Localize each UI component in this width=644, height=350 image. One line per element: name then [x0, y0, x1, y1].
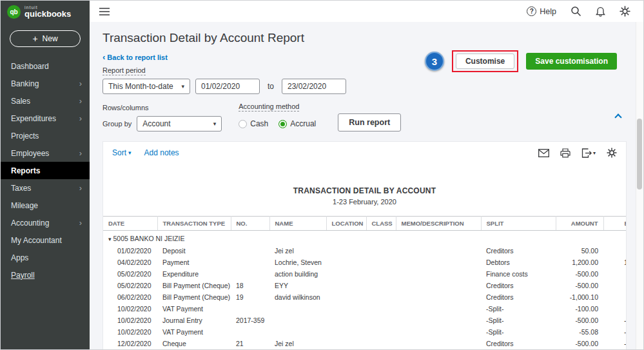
cell-name	[269, 315, 326, 326]
settings-icon[interactable]	[607, 148, 617, 158]
email-icon[interactable]	[538, 149, 549, 157]
save-customisation-button[interactable]: Save customisation	[526, 53, 617, 70]
sort-dropdown[interactable]: Sort ▾	[112, 148, 132, 157]
cell-transaction-type: Bill Payment (Cheque)	[157, 280, 231, 291]
scrollbar-thumb[interactable]	[637, 119, 642, 190]
sidebar-item[interactable]: Projects ›	[1, 127, 90, 144]
cell-class	[366, 315, 396, 326]
cell-date: 05/02/2020	[103, 280, 157, 291]
sidebar-item[interactable]: Apps ›	[1, 249, 90, 266]
help-label: Help	[540, 7, 556, 16]
export-icon[interactable]: ▾	[581, 148, 596, 158]
help-menu[interactable]: ? Help	[527, 6, 556, 16]
sidebar-item[interactable]: My Accountant ›	[1, 231, 90, 249]
cell-balance	[603, 303, 626, 315]
cell-split: Creditors	[481, 280, 556, 291]
cell-name: Jei zel	[269, 245, 326, 257]
sidebar-item[interactable]: Reports ›	[1, 162, 90, 179]
cell-transaction-type: Deposit	[157, 245, 231, 257]
group-by-select[interactable]: Account ▾	[137, 116, 222, 131]
transaction-row[interactable]: 06/02/2020 Bill Payment (Cheque) 19 davi…	[103, 291, 626, 303]
date-from-input[interactable]	[195, 79, 260, 94]
transaction-row[interactable]: 12/02/2020 Cheque 21 Jei zel Creditors -…	[103, 338, 626, 349]
back-to-report-list-link[interactable]: ‹ Back to report list	[102, 53, 168, 61]
cell-balance	[603, 280, 626, 291]
sidebar-item-label: Reports	[11, 166, 40, 175]
collapse-header-button[interactable]	[612, 112, 624, 121]
column-header-split: SPLIT	[481, 217, 556, 231]
chevron-right-icon: ›	[79, 97, 82, 105]
plus-icon: +	[32, 34, 37, 43]
transaction-row[interactable]: 05/02/2020 Expenditure action building F…	[103, 268, 626, 280]
transaction-row[interactable]: 10/02/2020 VAT Payment -Split- -100.00	[103, 303, 626, 315]
cell-location	[326, 257, 366, 268]
search-icon[interactable]	[571, 6, 581, 17]
cell-balance: -1	[603, 315, 626, 326]
transaction-row[interactable]: 10/02/2020 Journal Entry 2017-359 -Split…	[103, 315, 626, 326]
date-to-input[interactable]	[282, 79, 346, 94]
cell-amount: -500.00	[556, 315, 603, 326]
table-header-row: DATE TRANSACTION TYPE NO. NAME LOCATION …	[103, 217, 626, 231]
cell-memo-description	[396, 303, 481, 315]
cash-radio[interactable]: Cash	[239, 119, 268, 128]
column-header-no: NO.	[231, 217, 269, 231]
cell-balance	[603, 268, 626, 280]
sidebar-item[interactable]: Accounting ›	[1, 214, 90, 231]
cell-memo-description	[396, 291, 481, 303]
sidebar-item[interactable]: Mileage ›	[1, 197, 90, 214]
cell-date: 10/02/2020	[103, 303, 157, 315]
sidebar-item[interactable]: Banking ›	[1, 75, 90, 92]
help-icon: ?	[527, 6, 536, 16]
transaction-row[interactable]: 05/02/2020 Bill Payment (Cheque) 18 EYY …	[103, 280, 626, 291]
column-header-class: CLASS	[366, 217, 396, 231]
account-group-row[interactable]: ▾5005 BANKO NI JEIZIE	[103, 231, 626, 246]
cell-amount: -55.08	[556, 326, 603, 338]
sidebar-item[interactable]: Payroll ›	[1, 266, 90, 284]
sidebar-item-label: Projects	[11, 131, 39, 141]
main-area: ? Help Transaction Detail by Account Rep…	[90, 1, 643, 349]
run-report-button[interactable]: Run report	[338, 113, 401, 131]
chevron-right-icon: ›	[79, 149, 82, 157]
menu-icon[interactable]	[99, 7, 110, 16]
sidebar-item[interactable]: Taxes ›	[1, 179, 90, 197]
cell-split: Finance costs	[481, 268, 556, 280]
cell-name	[269, 326, 326, 338]
sidebar-item-label: Expenditures	[11, 114, 56, 123]
report-filters: Rows/columns Group by Account ▾ Accounti…	[102, 102, 627, 131]
cell-no	[231, 245, 269, 257]
transaction-row[interactable]: 10/02/2020 VAT Payment -Split- -55.08 -1	[103, 326, 626, 338]
quickbooks-logo-icon: qb	[7, 5, 21, 19]
sidebar-item[interactable]: Sales ›	[1, 92, 90, 110]
report-period-controls: This Month-to-date ▾ to	[102, 79, 627, 94]
cell-transaction-type: VAT Payment	[157, 303, 231, 315]
add-notes-link[interactable]: Add notes	[144, 148, 179, 157]
accrual-radio[interactable]: Accrual	[278, 119, 316, 128]
customise-button[interactable]: Customise	[456, 53, 514, 69]
cell-balance	[603, 245, 626, 257]
transaction-row[interactable]: 01/02/2020 Deposit Jei zel Creditors 50.…	[103, 245, 626, 257]
chevron-down-icon: ▾	[213, 121, 217, 127]
column-header-memo-description: MEMO/DESCRIPTION	[396, 217, 481, 231]
sidebar-item[interactable]: Expenditures ›	[1, 110, 90, 127]
new-button[interactable]: + New	[10, 30, 81, 47]
cell-split: Creditors	[481, 338, 556, 349]
sidebar-item-label: Payroll	[11, 271, 35, 280]
vertical-scrollbar[interactable]	[636, 22, 643, 349]
cell-no	[231, 303, 269, 315]
settings-icon[interactable]	[620, 6, 630, 17]
transaction-row[interactable]: 04/02/2020 Payment Lochrie, Steven Debto…	[103, 257, 626, 268]
chevron-down-icon: ▾	[593, 150, 596, 156]
cell-no: 2017-359	[231, 315, 269, 326]
cell-class	[366, 257, 396, 268]
cell-no: 21	[231, 338, 269, 349]
sidebar-item[interactable]: Dashboard ›	[1, 57, 90, 75]
print-icon[interactable]	[560, 148, 571, 158]
cell-name: action building	[269, 268, 326, 280]
report-panel: Sort ▾ Add notes	[102, 141, 627, 349]
cell-no	[231, 326, 269, 338]
notifications-icon[interactable]	[596, 6, 605, 17]
sidebar-item[interactable]: Employees ›	[1, 144, 90, 162]
cell-class	[366, 245, 396, 257]
cell-no	[231, 268, 269, 280]
report-period-select[interactable]: This Month-to-date ▾	[102, 79, 190, 94]
